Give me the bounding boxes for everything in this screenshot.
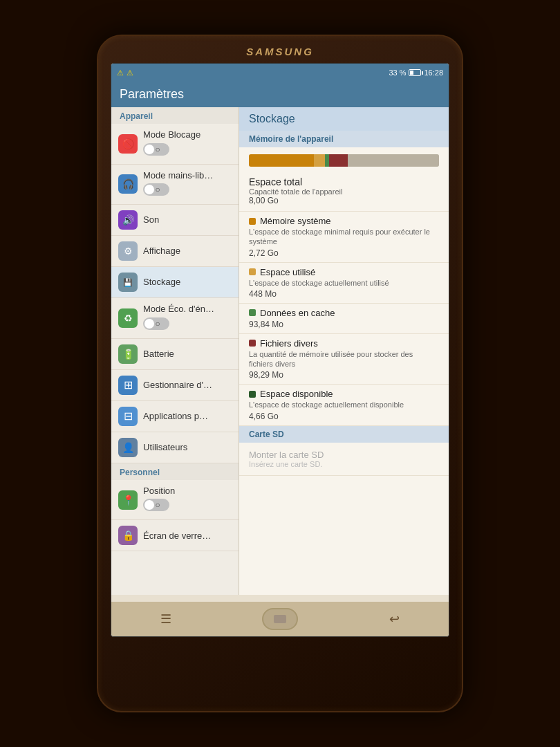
- toggle-off-pos: O: [156, 502, 160, 508]
- espace-total-item: Espace total Capacité totale de l'appare…: [239, 171, 449, 212]
- ecran-label: Écran de verre…: [143, 531, 232, 542]
- status-bar: ⚠ ⚠ 33 % 16:28: [111, 64, 449, 82]
- espace-disponible-title: Espace disponible: [249, 389, 439, 399]
- espace-total-value: 8,00 Go: [249, 196, 439, 205]
- son-label: Son: [143, 214, 232, 225]
- bottom-nav: ☰ ↩: [111, 602, 449, 636]
- app-header: Paramètres: [111, 82, 449, 107]
- gestionnaire-icon: ⊞: [118, 376, 138, 395]
- applications-content: Applications p…: [143, 411, 232, 422]
- sidebar-item-affichage[interactable]: ⚙ Affichage: [111, 236, 239, 267]
- espace-disponible-desc: L'espace de stockage actuellement dispon…: [249, 400, 439, 409]
- sidebar-item-utilisateurs[interactable]: 👤 Utilisateurs: [111, 432, 239, 463]
- sidebar-item-applications[interactable]: ⊟ Applications p…: [111, 401, 239, 432]
- affichage-content: Affichage: [143, 246, 232, 257]
- affichage-label: Affichage: [143, 246, 232, 257]
- sidebar-item-son[interactable]: 🔊 Son: [111, 205, 239, 236]
- ecran-content: Écran de verre…: [143, 531, 232, 542]
- affichage-icon: ⚙: [118, 241, 138, 261]
- mode-mains-toggle[interactable]: O: [143, 183, 169, 196]
- carte-sd-section: Carte SD: [239, 426, 449, 443]
- mode-blocage-toggle[interactable]: O: [143, 143, 169, 156]
- status-right: 33 % 16:28: [389, 68, 443, 77]
- sidebar-item-position[interactable]: 📍 Position O: [111, 480, 239, 521]
- sidebar-item-gestionnaire[interactable]: ⊞ Gestionnaire d'…: [111, 370, 239, 401]
- sidebar-item-ecran[interactable]: 🔒 Écran de verre…: [111, 520, 239, 551]
- mode-blocage-content: Mode Blocage O: [143, 129, 232, 158]
- sd-mount-item[interactable]: Monter la carte SD Insérez une carte SD.: [239, 443, 449, 476]
- memoire-systeme-desc: L'espace de stockage minimal requis pour…: [249, 227, 439, 247]
- cache-label: Données en cache: [260, 308, 335, 318]
- memoire-systeme-title: Mémoire système: [249, 216, 439, 226]
- mode-blocage-icon: 🚫: [118, 134, 138, 154]
- position-toggle[interactable]: O: [143, 499, 169, 511]
- sidebar-item-batterie[interactable]: 🔋 Batterie: [111, 339, 239, 370]
- battery-percent: 33 %: [389, 68, 406, 77]
- warning-icon-2: ⚠: [127, 68, 133, 77]
- gestionnaire-content: Gestionnaire d'…: [143, 380, 232, 391]
- applications-label: Applications p…: [143, 411, 232, 422]
- position-icon: 📍: [118, 490, 138, 510]
- stockage-content: Stockage: [143, 277, 232, 288]
- mode-mains-icon: 🎧: [118, 174, 138, 194]
- son-content: Son: [143, 214, 232, 225]
- dot-misc: [249, 340, 256, 347]
- sidebar-item-mode-mains[interactable]: 🎧 Mode mains-lib… O: [111, 165, 239, 205]
- bar-misc: [329, 154, 348, 167]
- samsung-logo: SAMSUNG: [246, 46, 314, 57]
- ecran-icon: 🔒: [118, 526, 138, 545]
- warning-icon-1: ⚠: [117, 68, 124, 77]
- section-header-personnel: Personnel: [111, 463, 239, 480]
- toggle-off-label: O: [156, 146, 160, 152]
- bar-free: [348, 154, 439, 167]
- sidebar-item-stockage[interactable]: 💾 Stockage: [111, 267, 239, 298]
- stockage-icon: 💾: [118, 273, 138, 292]
- home-icon: [274, 615, 286, 623]
- menu-icon: ☰: [160, 611, 171, 627]
- utilisateurs-icon: 👤: [118, 438, 138, 457]
- espace-disponible-item: Espace disponible L'espace de stockage a…: [239, 385, 449, 425]
- bar-used: [314, 154, 326, 167]
- fichiers-divers-desc: La quantité de mémoire utilisée pour sto…: [249, 349, 439, 369]
- mode-mains-label: Mode mains-lib…: [143, 170, 232, 181]
- sidebar-item-eco[interactable]: ♻ Mode Éco. d'én… O: [111, 298, 239, 339]
- dot-free: [249, 391, 256, 398]
- battery-fill: [410, 71, 413, 75]
- dot-system: [249, 218, 256, 225]
- espace-total-desc: Capacité totale de l'appareil: [249, 187, 439, 196]
- son-icon: 🔊: [118, 210, 138, 230]
- gestionnaire-label: Gestionnaire d'…: [143, 380, 232, 391]
- main-content: Appareil 🚫 Mode Blocage O 🎧: [111, 107, 449, 595]
- eco-content: Mode Éco. d'én… O: [143, 304, 232, 333]
- clock: 16:28: [424, 68, 443, 77]
- dot-used: [249, 268, 256, 275]
- back-button[interactable]: ↩: [382, 607, 407, 631]
- mode-blocage-label: Mode Blocage: [143, 129, 232, 140]
- batterie-icon: 🔋: [118, 344, 138, 364]
- stockage-label: Stockage: [143, 277, 232, 288]
- fichiers-divers-title: Fichiers divers: [249, 338, 439, 349]
- menu-button[interactable]: ☰: [153, 607, 178, 631]
- toggle-knob-pos: [144, 500, 154, 510]
- eco-toggle[interactable]: O: [143, 317, 169, 330]
- fichiers-divers-item: Fichiers divers La quantité de mémoire u…: [239, 334, 449, 385]
- cache-title: Données en cache: [249, 308, 439, 318]
- toggle-knob-eco: [144, 319, 154, 329]
- fichiers-divers-label: Fichiers divers: [260, 338, 318, 349]
- toggle-knob: [144, 145, 154, 154]
- home-button[interactable]: [262, 608, 298, 630]
- position-content: Position O: [143, 486, 232, 515]
- espace-total-title: Espace total: [249, 176, 439, 187]
- espace-disponible-label: Espace disponible: [260, 389, 333, 399]
- sidebar-item-mode-blocage[interactable]: 🚫 Mode Blocage O: [111, 124, 239, 165]
- bar-system: [249, 154, 314, 167]
- sidebar: Appareil 🚫 Mode Blocage O 🎧: [111, 107, 239, 595]
- espace-utilise-title: Espace utilisé: [249, 267, 439, 277]
- batterie-content: Batterie: [143, 349, 232, 360]
- storage-bar: [249, 154, 439, 167]
- espace-utilise-desc: L'espace de stockage actuellement utilis…: [249, 278, 439, 288]
- memoire-systeme-label: Mémoire système: [260, 216, 331, 226]
- mode-mains-content: Mode mains-lib… O: [143, 170, 232, 199]
- eco-icon: ♻: [118, 308, 138, 328]
- device-memory-title: Mémoire de l'appareil: [239, 131, 449, 147]
